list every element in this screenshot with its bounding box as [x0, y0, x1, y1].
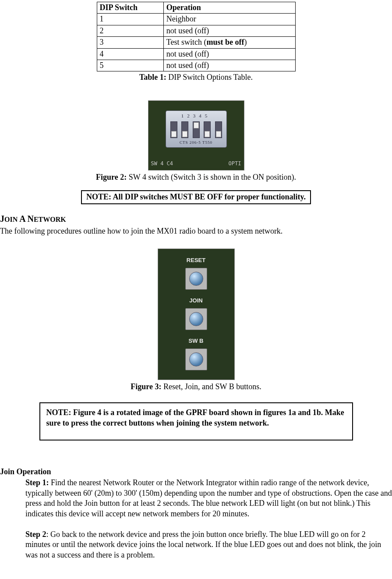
td: 5: [97, 60, 163, 71]
step-2-text: : Go back to the network device and pres…: [25, 530, 381, 559]
dip-slot-3: [193, 121, 200, 138]
join-network-intro: The following procedures outline how to …: [0, 226, 392, 236]
note-dip-off: NOTE: All DIP switches MUST BE OFF for p…: [81, 190, 311, 204]
dip-slot-2: [181, 121, 188, 138]
dip-switch-body: 12345 CTS 206-5 T550: [166, 110, 227, 148]
join-tact-switch: [185, 308, 207, 330]
dip-switch-numbers: 12345: [166, 113, 226, 119]
dip-slot-1: [170, 121, 177, 138]
td: 4: [97, 48, 163, 60]
th-operation: Operation: [163, 2, 295, 14]
reset-label: RESET: [166, 257, 226, 264]
figure-2-caption: Figure 2: SW 4 switch (Switch 3 is shown…: [0, 172, 392, 182]
step-1-text: Find the nearest Network Router or the N…: [25, 478, 392, 518]
swb-tact-switch: [185, 348, 207, 370]
td: not used (off): [163, 25, 295, 36]
reset-button-row: RESET: [166, 265, 226, 293]
dip-lever: [194, 122, 199, 128]
heading-part: A N: [18, 214, 34, 224]
td-text: Test switch (: [166, 38, 207, 46]
td: not used (off): [163, 60, 295, 71]
dip-lever: [205, 131, 210, 137]
table-1-caption: Table 1: DIP Switch Options Table.: [0, 72, 392, 82]
caption-label: Table 1:: [139, 73, 166, 82]
th-dip-switch: DIP Switch: [97, 2, 163, 14]
caption-text: SW 4 switch (Switch 3 is shown in the ON…: [127, 173, 296, 181]
figure-3: RESET JOIN SW B Figure 3: Reset, Join, a…: [0, 249, 392, 392]
heading-part: ETWORK: [34, 216, 66, 223]
table-row: 5 not used (off): [97, 60, 295, 71]
swb-label: SW B: [166, 337, 226, 345]
join-label: JOIN: [166, 297, 226, 305]
dip-slot-5: [215, 121, 222, 138]
td: 3: [97, 37, 163, 48]
table-row: 3 Test switch (must be off): [97, 37, 295, 48]
swb-button-row: SW B: [166, 345, 226, 373]
reset-tact-switch: [185, 268, 207, 290]
td: Neighbor: [163, 14, 295, 25]
td-text: ): [244, 38, 247, 46]
dip-chip-label: CTS 206-5 T550: [166, 140, 226, 146]
td: not used (off): [163, 48, 295, 60]
dip-slots: [170, 121, 222, 138]
heading-part: J: [0, 214, 4, 224]
step-2: Step 2: Go back to the network device an…: [25, 529, 392, 560]
heading-part: OIN: [4, 216, 18, 223]
caption-label: Figure 2:: [96, 173, 127, 181]
caption-text: DIP Switch Options Table.: [166, 73, 253, 82]
dip-slot-4: [204, 121, 211, 138]
dip-lever: [182, 131, 187, 137]
join-button-row: JOIN: [166, 305, 226, 333]
dip-switch-photo: 12345 CTS 206-5 T550 OPTI SW 4 C4: [148, 100, 244, 171]
dip-lever: [171, 131, 177, 137]
td: 1: [97, 14, 163, 25]
td: Test switch (must be off): [163, 37, 295, 48]
figure-3-caption: Figure 3: Reset, Join, and SW B buttons.: [0, 382, 392, 392]
table-header-row: DIP Switch Operation: [97, 2, 295, 14]
caption-label: Figure 3:: [131, 382, 161, 391]
step-1-label: Step 1:: [25, 478, 49, 487]
buttons-photo: RESET JOIN SW B: [158, 249, 235, 380]
dip-lever: [216, 131, 221, 137]
td: 2: [97, 25, 163, 36]
caption-text: Reset, Join, and SW B buttons.: [161, 382, 261, 391]
table-row: 4 not used (off): [97, 48, 295, 60]
table-row: 1 Neighbor: [97, 14, 295, 25]
figure-2: 12345 CTS 206-5 T550 OPTI SW 4 C4 Figure…: [0, 100, 392, 182]
td-bold: must be off: [206, 38, 244, 46]
section-heading-join-network: JOIN A NETWORK: [0, 213, 392, 224]
step-1: Step 1: Find the nearest Network Router …: [25, 478, 392, 519]
table-row: 2 not used (off): [97, 25, 295, 36]
board-silkscreen-right: OPTI: [229, 160, 241, 167]
board-silkscreen-left: SW 4 C4: [151, 160, 173, 167]
note-rotated-image: NOTE: Figure 4 is a rotated image of the…: [39, 402, 353, 440]
dip-switch-table: DIP Switch Operation 1 Neighbor 2 not us…: [97, 2, 296, 71]
step-2-label: Step 2: [25, 530, 46, 539]
join-operation-heading: Join Operation: [0, 467, 392, 477]
